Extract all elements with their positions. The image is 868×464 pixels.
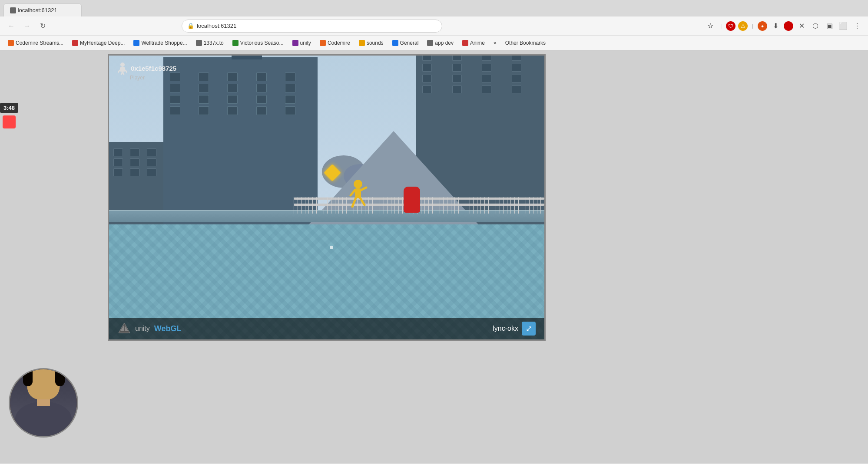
profile-icon[interactable]: ● — [758, 21, 767, 31]
bookmark-myheritage[interactable]: MyHeritage Deep... — [69, 38, 128, 48]
bookmark-favicon-5 — [232, 40, 239, 46]
tab-title: localhost:61321 — [18, 7, 57, 13]
timer-display: 3:48 — [0, 103, 18, 113]
bookmark-label-6: unity — [300, 40, 311, 46]
player-role-text: Player — [130, 75, 176, 81]
menu-icon[interactable]: ⋮ — [851, 20, 863, 32]
bookmark-favicon-10 — [427, 40, 433, 46]
webcam-video — [10, 369, 77, 436]
player-character — [347, 179, 369, 211]
person-shoulders — [15, 401, 72, 436]
bookmark-appdev[interactable]: app dev — [424, 38, 457, 48]
bookmark-label-8: sounds — [367, 40, 384, 46]
bookmark-unity[interactable]: unity — [289, 38, 315, 48]
unity-logo-area: unity WebGL — [118, 322, 181, 335]
timer-value: 3:48 — [3, 105, 15, 111]
enemy-character — [404, 187, 420, 213]
bookmark-label-3: Welltrade Shoppe... — [141, 40, 187, 46]
brave-icon[interactable] — [784, 21, 793, 31]
unity-text: unity — [135, 325, 150, 332]
expand-icon: ⤢ — [526, 324, 532, 333]
alert-icon[interactable]: ⚠ — [738, 21, 748, 31]
browser-chrome: localhost:61321 ← → ↻ 🔒 localhost:61321 … — [0, 0, 868, 51]
bookmark-general[interactable]: General — [389, 38, 422, 48]
roof-ac-unit — [232, 54, 262, 59]
bookmark-favicon-9 — [392, 40, 398, 46]
svg-line-5 — [360, 198, 364, 205]
bookmark-star-icon[interactable]: ☆ — [705, 20, 716, 32]
browser-content: 3:48 — [0, 51, 868, 464]
stop-record-button[interactable] — [3, 115, 16, 128]
forward-button[interactable]: → — [21, 20, 33, 32]
bookmark-label-9: General — [400, 40, 419, 46]
nav-icons: ☆ | 🛡 ⚠ | ● ⬇ ✕ ⬡ ▣ ⬜ ⋮ — [705, 20, 863, 32]
lync-okx-text: lync-okx — [493, 325, 518, 332]
bookmark-codemire-streams[interactable]: Codemire Streams... — [4, 38, 67, 48]
active-tab[interactable]: localhost:61321 — [3, 3, 82, 16]
unity-logo-svg — [118, 322, 131, 335]
svg-line-11 — [123, 72, 124, 75]
player-icon-svg — [118, 62, 127, 75]
svg-line-4 — [352, 198, 356, 207]
back-button[interactable]: ← — [5, 20, 17, 32]
other-bookmarks-label: Other Bookmarks — [505, 40, 546, 46]
bookmark-favicon-2 — [72, 40, 78, 46]
bookmark-favicon-7 — [320, 40, 326, 46]
svg-line-8 — [118, 70, 120, 73]
bookmarks-overflow-button[interactable]: » — [490, 38, 500, 48]
svg-line-9 — [125, 70, 127, 73]
side-timer-widget: 3:48 — [0, 103, 18, 128]
bookmark-favicon-3 — [133, 40, 139, 46]
game-viewport: 0x1e5f1c98725 Player unity WebGL — [108, 54, 546, 341]
close-tab-icon[interactable]: ✕ — [796, 20, 807, 32]
bookmark-sounds[interactable]: sounds — [355, 38, 387, 48]
bookmark-victorious[interactable]: Victorious Seaso... — [229, 38, 287, 48]
bookmark-favicon-4 — [196, 40, 202, 46]
shield-icon[interactable]: 🛡 — [726, 21, 735, 31]
svg-point-6 — [120, 63, 125, 67]
webgl-text: WebGL — [154, 324, 182, 333]
character-svg — [347, 179, 369, 209]
bookmark-favicon-8 — [359, 40, 365, 46]
bookmark-label-1: Codemire Streams... — [16, 40, 63, 46]
bookmark-favicon-6 — [292, 40, 298, 46]
other-bookmarks[interactable]: Other Bookmarks — [502, 38, 549, 48]
unity-footer-bar: unity WebGL lync-okx ⤢ — [109, 318, 544, 339]
person-hair-right — [55, 369, 65, 386]
person-hair-left — [23, 369, 33, 386]
bookmark-codemire-2[interactable]: Codemire — [316, 38, 354, 48]
lync-okx-area: lync-okx ⤢ — [493, 322, 536, 336]
bookmark-label-11: Anime — [470, 40, 485, 46]
bookmark-label-2: MyHeritage Deep... — [80, 40, 125, 46]
reload-button[interactable]: ↻ — [36, 20, 49, 32]
lock-icon: 🔒 — [187, 23, 194, 29]
webcam-overlay — [9, 368, 78, 438]
bookmark-favicon-1 — [8, 40, 14, 46]
bookmark-label-5: Victorious Seaso... — [240, 40, 284, 46]
browser-window: localhost:61321 ← → ↻ 🔒 localhost:61321 … — [0, 0, 868, 464]
lync-okx-icon[interactable]: ⤢ — [522, 322, 536, 336]
bookmark-favicon-11 — [462, 40, 468, 46]
bookmark-label-4: 1337x.to — [204, 40, 224, 46]
address-bar[interactable]: 🔒 localhost:61321 — [182, 20, 442, 33]
tab-icon[interactable]: ⬜ — [838, 20, 849, 32]
overflow-label: » — [494, 40, 497, 46]
tab-favicon — [10, 7, 16, 13]
svg-line-2 — [351, 190, 355, 195]
download-icon[interactable]: ⬇ — [770, 20, 781, 32]
nav-bar: ← → ↻ 🔒 localhost:61321 ☆ | 🛡 ⚠ | ● ⬇ ✕ … — [0, 16, 868, 36]
bookmark-welltrade[interactable]: Welltrade Shoppe... — [130, 38, 190, 48]
url-text: localhost:61321 — [197, 23, 236, 29]
sidebar-icon[interactable]: ▣ — [824, 20, 835, 32]
bookmarks-bar: Codemire Streams... MyHeritage Deep... W… — [0, 36, 868, 50]
svg-rect-7 — [120, 67, 125, 72]
player-label-area: 0x1e5f1c98725 Player — [118, 62, 176, 81]
player-address-text: 0x1e5f1c98725 — [131, 65, 176, 72]
bookmark-1337x[interactable]: 1337x.to — [192, 38, 227, 48]
bookmark-anime[interactable]: Anime — [459, 38, 488, 48]
bookmark-label-7: Codemire — [328, 40, 350, 46]
svg-line-3 — [361, 188, 366, 190]
svg-point-0 — [354, 180, 362, 188]
extensions-icon[interactable]: ⬡ — [810, 20, 821, 32]
player-address-line: 0x1e5f1c98725 — [118, 62, 176, 75]
